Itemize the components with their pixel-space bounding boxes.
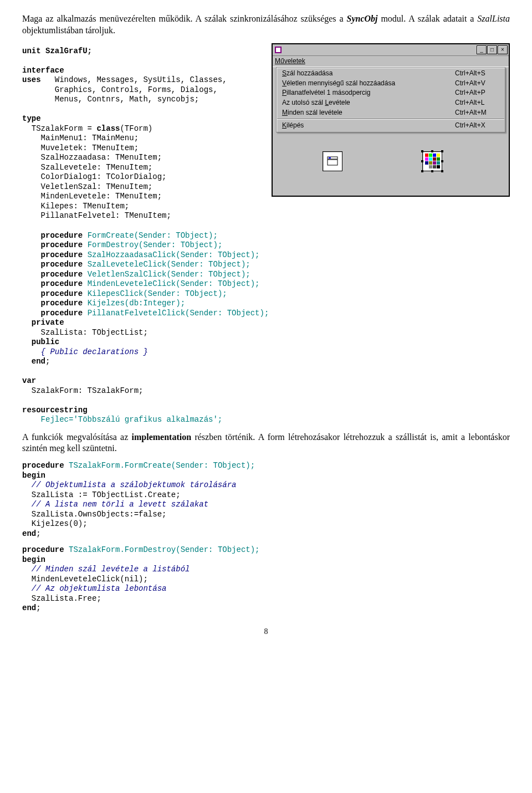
intro-szallista: SzalLista bbox=[477, 14, 510, 23]
designer-window-area: _ □ × Műveletek Szál hozzáadásaCtrl+Alt+… bbox=[272, 43, 510, 197]
form-window: _ □ × Műveletek Szál hozzáadásaCtrl+Alt+… bbox=[272, 43, 510, 197]
intro-text-3: objektumlistában tároljuk. bbox=[22, 25, 115, 35]
colordialog-component-icon[interactable] bbox=[422, 151, 442, 171]
code-block-3: procedure TSzalakForm.FormDestroy(Sender… bbox=[22, 545, 510, 613]
code-block-1-top: unit SzalGrafU; interface uses Windows, … bbox=[22, 47, 265, 221]
window-titlebar[interactable]: _ □ × bbox=[273, 44, 509, 56]
intro-paragraph: Maga az alkalmazás menüvezérelten működi… bbox=[22, 13, 510, 37]
svg-rect-4 bbox=[329, 157, 331, 158]
minimize-button[interactable]: _ bbox=[477, 45, 487, 54]
close-button[interactable]: × bbox=[498, 45, 508, 54]
intro-syncobj: SyncObj bbox=[346, 14, 377, 23]
intro-text-2: modul. A szálak adatait a bbox=[377, 14, 477, 23]
code-block-1-procs: procedure FormCreate(Sender: TObject); p… bbox=[22, 231, 510, 425]
page-number: 8 bbox=[22, 627, 510, 637]
mid-text-1: A funkciók megvalósítása az bbox=[22, 432, 132, 442]
menu-item-utolso-levetele[interactable]: Az utolsó szál LevételeCtrl+Alt+L bbox=[277, 98, 505, 108]
menubar-item-muveletek[interactable]: Műveletek bbox=[275, 57, 305, 65]
mid-bold: implementation bbox=[132, 432, 192, 442]
menu-item-kilepes[interactable]: KilépésCtrl+Alt+X bbox=[277, 121, 505, 131]
palette-icon bbox=[425, 154, 440, 168]
dropdown-menu: Szál hozzáadásaCtrl+Alt+S Véletlen menny… bbox=[276, 67, 505, 132]
svg-rect-1 bbox=[276, 48, 280, 52]
mid-paragraph: A funkciók megvalósítása az implementati… bbox=[22, 432, 510, 455]
menu-separator bbox=[277, 119, 504, 120]
menu-item-pillanat[interactable]: Pillanatfelvétel 1 másodpercigCtrl+Alt+P bbox=[277, 88, 505, 98]
form-client-area bbox=[273, 135, 509, 196]
menu-item-minden-levetele[interactable]: Minden szál levételeCtrl+Alt+M bbox=[277, 108, 505, 118]
intro-text-1: Maga az alkalmazás menüvezérelten működi… bbox=[22, 14, 346, 23]
menu-item-szal-hozzaadasa[interactable]: Szál hozzáadásaCtrl+Alt+S bbox=[277, 69, 505, 79]
app-icon bbox=[274, 45, 283, 54]
menu-item-veletlen[interactable]: Véletlen mennyiségű szál hozzáadásaCtrl+… bbox=[277, 79, 505, 89]
svg-rect-3 bbox=[328, 160, 337, 165]
menubar[interactable]: Műveletek bbox=[273, 56, 509, 68]
maximize-button[interactable]: □ bbox=[487, 45, 497, 54]
code-block-2: procedure TSzalakForm.FormCreate(Sender:… bbox=[22, 461, 510, 539]
mainmenu-component-icon[interactable] bbox=[323, 151, 342, 171]
